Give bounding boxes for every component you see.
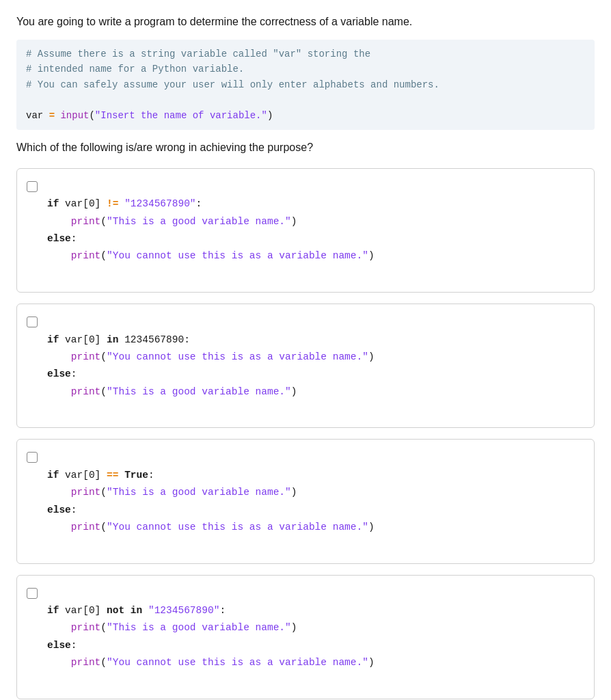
context-code-block: # Assume there is a string variable call… [16, 40, 595, 130]
checkbox-c[interactable] [27, 452, 38, 463]
checkbox-a[interactable] [27, 181, 38, 192]
comment-line-3: # You can safely assume your user will o… [26, 77, 585, 92]
option-a-code: if var[0] != "1234567890": print("This i… [47, 178, 583, 282]
code-line-var: var = input("Insert the name of variable… [26, 108, 585, 123]
option-a[interactable]: if var[0] != "1234567890": print("This i… [16, 168, 595, 293]
option-c-code: if var[0] == True: print("This is a good… [47, 449, 583, 553]
option-b-code: if var[0] in 1234567890: print("You cann… [47, 314, 583, 418]
checkbox-d[interactable] [27, 588, 38, 599]
option-c[interactable]: if var[0] == True: print("This is a good… [16, 439, 595, 563]
comment-line-1: # Assume there is a string variable call… [26, 46, 585, 62]
intro-text: You are going to write a program to dete… [16, 14, 595, 30]
option-d-code: if var[0] not in "1234567890": print("Th… [47, 585, 583, 689]
checkbox-b[interactable] [27, 317, 38, 327]
option-b[interactable]: if var[0] in 1234567890: print("You cann… [16, 304, 595, 428]
comment-line-2: # intended name for a Python variable. [26, 62, 585, 77]
option-d[interactable]: if var[0] not in "1234567890": print("Th… [16, 575, 595, 699]
options-container: if var[0] != "1234567890": print("This i… [16, 168, 595, 700]
question-text: Which of the following is/are wrong in a… [16, 139, 595, 156]
